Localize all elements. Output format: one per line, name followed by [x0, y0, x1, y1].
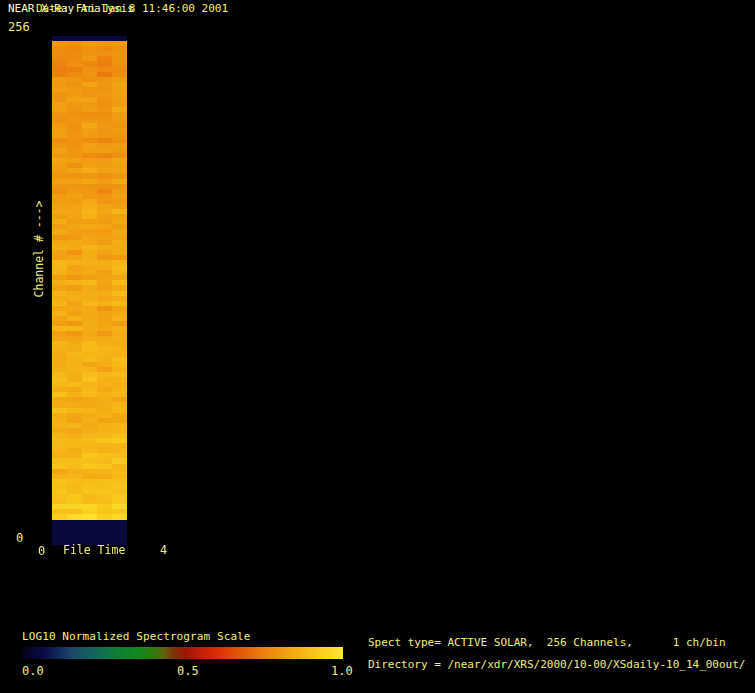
colorbar-tick-max: 1.0 [331, 665, 353, 677]
near-xray-analysis-window: NEAR X-Ray Analysis Date: Fri Jan 8 11:4… [0, 0, 755, 693]
y-axis-min-tick: 0 [16, 532, 23, 544]
spectrogram-image [52, 36, 127, 545]
x-axis-max-tick: 4 [160, 544, 167, 556]
x-axis-min-tick: 0 [38, 545, 45, 557]
x-axis-label: File Time [63, 545, 125, 557]
colorbar-gradient [22, 647, 343, 659]
y-axis-max-tick: 256 [8, 21, 30, 33]
colorbar-tick-mid: 0.5 [177, 665, 199, 677]
spect-type-label: Spect type= ACTIVE SOLAR, 256 Channels, … [368, 637, 726, 648]
colorbar-tick-min: 0.0 [22, 665, 44, 677]
y-axis-label: Channel # ---> [34, 201, 46, 298]
colorbar-title: LOG10 Normalized Spectrogram Scale [22, 631, 251, 642]
date-label: Date: Fri Jan 8 11:46:00 2001 [36, 3, 228, 14]
directory-label: Directory = /near/xdr/XRS/2000/10-00/XSd… [368, 659, 746, 670]
